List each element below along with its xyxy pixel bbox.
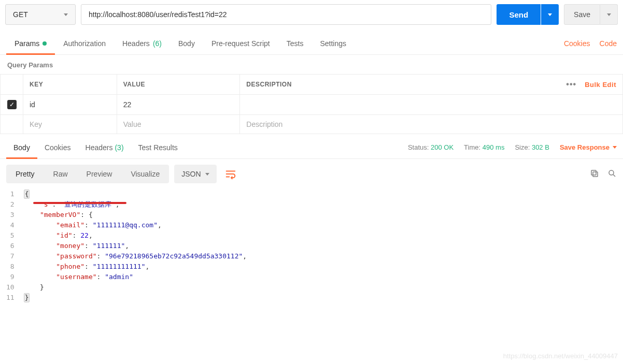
param-description-cell[interactable] <box>240 95 623 115</box>
checkbox-column-header <box>1 75 23 95</box>
save-button-group: Save <box>564 4 618 25</box>
meta-label: Status: <box>408 143 431 151</box>
code-line: } <box>24 293 617 303</box>
request-tabs: ParamsAuthorizationHeaders(6)BodyPre-req… <box>0 32 623 55</box>
tab-pre-request-script[interactable]: Pre-request Script <box>203 32 278 54</box>
meta-value: 200 OK <box>431 143 454 151</box>
description-column-header: DESCRIPTION ••• Bulk Edit <box>240 75 623 95</box>
view-visualize[interactable]: Visualize <box>121 165 169 183</box>
response-time: Time: 490 ms <box>464 143 504 151</box>
wrap-lines-button[interactable] <box>222 164 239 184</box>
code-link[interactable]: Code <box>600 39 617 48</box>
save-response-button[interactable]: Save Response <box>560 143 617 151</box>
table-row-new: KeyValueDescription <box>1 115 623 134</box>
description-label: DESCRIPTION <box>246 81 292 88</box>
param-description-cell[interactable]: Description <box>240 115 623 134</box>
line-number: 2 <box>6 199 15 210</box>
line-number-gutter: 1234567891011 <box>6 189 24 303</box>
chevron-down-icon <box>548 13 552 16</box>
code-line: "money": "111111", <box>24 241 617 251</box>
response-view-selector: PrettyRawPreviewVisualize <box>6 165 169 183</box>
response-tabs: BodyCookiesHeaders(3)Test ResultsStatus:… <box>0 136 623 159</box>
line-number: 11 <box>6 293 15 303</box>
response-tab-cookies[interactable]: Cookies <box>37 136 78 158</box>
chevron-down-icon <box>613 146 617 149</box>
line-number: 5 <box>6 230 15 241</box>
param-key-cell[interactable]: Key <box>23 115 117 134</box>
tab-params[interactable]: Params <box>6 32 55 54</box>
tab-count: (3) <box>115 143 123 152</box>
response-size: Size: 302 B <box>515 143 549 151</box>
search-response-button[interactable] <box>607 169 617 180</box>
meta-label: Time: <box>464 143 483 151</box>
svg-rect-0 <box>593 172 598 177</box>
tab-label: Body <box>178 39 195 48</box>
code-line: "phone": "11111111111", <box>24 261 617 272</box>
table-row: ✓id22 <box>1 95 623 115</box>
response-toolbar: PrettyRawPreviewVisualize JSON <box>0 159 623 189</box>
response-tab-test-results[interactable]: Test Results <box>131 136 185 158</box>
tab-label: Settings <box>320 39 346 48</box>
copy-response-button[interactable] <box>590 169 599 180</box>
response-format-value: JSON <box>181 170 201 178</box>
send-button-group: Send <box>497 4 559 25</box>
save-response-label: Save Response <box>560 143 610 151</box>
tab-headers[interactable]: Headers(6) <box>114 32 170 54</box>
param-value-cell[interactable]: 22 <box>117 95 240 115</box>
code-line: } <box>24 282 617 293</box>
tab-label: Cookies <box>45 143 71 152</box>
tab-settings[interactable]: Settings <box>312 32 355 54</box>
param-key-cell[interactable]: id <box>23 95 117 115</box>
svg-line-3 <box>613 174 615 177</box>
code-line: "s": "查询的是数据库", <box>24 199 617 210</box>
line-number: 6 <box>6 241 15 251</box>
query-params-table: KEY VALUE DESCRIPTION ••• Bulk Edit ✓id2… <box>0 74 623 134</box>
save-button[interactable]: Save <box>564 4 600 25</box>
code-line: { <box>24 189 617 199</box>
line-number: 10 <box>6 282 15 293</box>
key-column-header: KEY <box>23 75 117 95</box>
line-number: 4 <box>6 220 15 230</box>
tab-tests[interactable]: Tests <box>278 32 312 54</box>
response-format-select[interactable]: JSON <box>174 165 216 183</box>
line-number: 7 <box>6 251 15 261</box>
send-button[interactable]: Send <box>497 4 541 25</box>
http-method-select[interactable]: GET <box>5 4 76 25</box>
tab-label: Headers <box>122 39 150 48</box>
value-column-header: VALUE <box>117 75 240 95</box>
view-raw[interactable]: Raw <box>44 165 77 183</box>
response-tab-headers[interactable]: Headers(3) <box>78 136 131 158</box>
response-body-viewer[interactable]: 1234567891011 { "s": "查询的是数据库", "memberV… <box>0 189 623 313</box>
meta-value: 490 ms <box>483 143 505 151</box>
send-button-dropdown[interactable] <box>541 4 559 25</box>
param-value-cell[interactable]: Value <box>117 115 240 134</box>
tab-body[interactable]: Body <box>170 32 203 54</box>
meta-label: Size: <box>515 143 532 151</box>
view-preview[interactable]: Preview <box>77 165 122 183</box>
line-number: 8 <box>6 261 15 272</box>
tab-label: Tests <box>287 39 304 48</box>
code-line: "email": "1111111@qq.com", <box>24 220 617 230</box>
tab-label: Test Results <box>138 143 178 152</box>
tab-label: Authorization <box>63 39 106 48</box>
view-pretty[interactable]: Pretty <box>6 165 44 183</box>
svg-point-2 <box>609 170 614 175</box>
tab-authorization[interactable]: Authorization <box>55 32 114 54</box>
chevron-down-icon <box>64 13 68 16</box>
chevron-down-icon <box>607 13 611 16</box>
cookies-link[interactable]: Cookies <box>564 39 590 48</box>
request-url-input[interactable] <box>81 4 491 25</box>
tab-label: Body <box>13 143 30 152</box>
more-options-icon[interactable]: ••• <box>566 80 576 89</box>
bulk-edit-link[interactable]: Bulk Edit <box>585 81 616 89</box>
active-indicator-dot <box>43 41 47 46</box>
tab-label: Headers <box>86 143 113 152</box>
http-method-value: GET <box>13 10 28 19</box>
line-number: 9 <box>6 272 15 282</box>
query-params-heading: Query Params <box>0 55 623 74</box>
save-button-dropdown[interactable] <box>600 4 618 25</box>
response-tab-body[interactable]: Body <box>6 136 37 158</box>
tab-label: Params <box>15 39 39 48</box>
row-checkbox[interactable]: ✓ <box>7 100 17 109</box>
meta-value: 302 B <box>532 143 549 151</box>
